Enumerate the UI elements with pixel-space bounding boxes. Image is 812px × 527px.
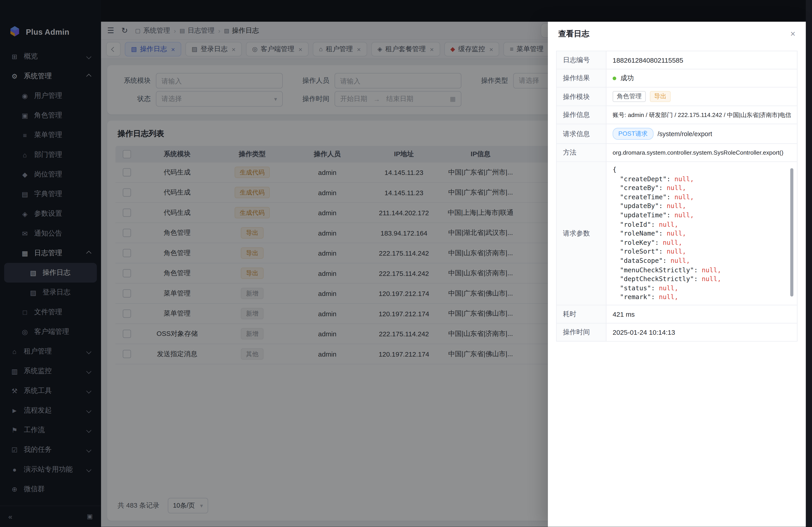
field-label: 请求信息 <box>557 124 606 144</box>
request-url: /system/role/export <box>657 130 712 137</box>
request-params-json[interactable]: { "createDept": null,"createBy": null,"c… <box>613 165 795 302</box>
field-label: 操作结果 <box>557 70 606 87</box>
field-label: 操作模块 <box>557 88 606 105</box>
drawer-header: 查看日志 × <box>548 21 806 46</box>
json-line: "roleId": null, <box>613 220 788 229</box>
log-detail-table: 日志编号 1882612840802115585 操作结果 成功 操作模块 角色… <box>556 51 798 342</box>
field-row-info: 操作信息 账号: admin / 研发部门 / 222.175.114.242 … <box>557 106 797 124</box>
json-line: "roleName": null, <box>613 229 788 238</box>
field-row-params: 请求参数 { "createDept": null,"createBy": nu… <box>557 162 797 305</box>
json-line: "roleKey": null, <box>613 238 788 247</box>
field-row-module: 操作模块 角色管理 导出 <box>557 88 797 106</box>
field-row-log-id: 日志编号 1882612840802115585 <box>557 51 797 69</box>
drawer-body: 日志编号 1882612840802115585 操作结果 成功 操作模块 角色… <box>548 46 806 527</box>
java-method-value: org.dromara.system.controller.system.Sys… <box>606 144 797 161</box>
field-label: 操作时间 <box>557 323 606 341</box>
json-open-brace: { <box>613 166 617 174</box>
http-method-tag: POST请求 <box>613 128 653 140</box>
field-row-time: 操作时间 2025-01-24 10:14:13 <box>557 323 797 342</box>
scrollbar-thumb[interactable] <box>791 168 794 297</box>
field-label: 方法 <box>557 144 606 161</box>
module-tag: 角色管理 <box>613 91 646 102</box>
json-line: "status": null, <box>613 284 788 292</box>
json-line: "createTime": null, <box>613 193 788 201</box>
json-line: "updateTime": null, <box>613 211 788 220</box>
field-row-duration: 耗时 421 ms <box>557 305 797 323</box>
field-row-request: 请求信息 POST请求 /system/role/export <box>557 124 797 144</box>
json-line: "remark": null, <box>613 292 788 302</box>
field-row-result: 操作结果 成功 <box>557 70 797 88</box>
json-line: "deptCheckStrictly": null, <box>613 274 788 283</box>
success-status-dot <box>613 76 616 80</box>
json-line: "createBy": null, <box>613 183 788 192</box>
duration-value: 421 ms <box>606 305 797 323</box>
field-label: 请求参数 <box>557 162 606 305</box>
field-row-method: 方法 org.dromara.system.controller.system.… <box>557 144 797 162</box>
json-line: "updateBy": null, <box>613 201 788 211</box>
field-label: 日志编号 <box>557 51 606 69</box>
operation-info-value: 账号: admin / 研发部门 / 222.175.114.242 / 中国|… <box>606 106 797 124</box>
json-line: "createDept": null, <box>613 174 788 183</box>
json-line: "menuCheckStrictly": null, <box>613 265 788 274</box>
window-right-gutter <box>806 0 812 527</box>
log-id-value: 1882612840802115585 <box>606 51 797 69</box>
screen: Plus Admin ⊞ 概览 ⚙ 系统管理 ◉ 用户管理 ▣ 角色管理 <box>0 0 812 527</box>
result-value: 成功 <box>620 74 634 83</box>
close-icon[interactable]: × <box>791 29 796 38</box>
json-line: "dataScope": null, <box>613 256 788 265</box>
json-line: "roleSort": null, <box>613 247 788 256</box>
drawer-title: 查看日志 <box>558 29 589 39</box>
field-label: 操作信息 <box>557 106 606 124</box>
business-type-tag: 导出 <box>650 91 670 102</box>
field-label: 耗时 <box>557 305 606 323</box>
view-log-drawer: 查看日志 × 日志编号 1882612840802115585 操作结果 成功 … <box>548 21 806 527</box>
operation-time-value: 2025-01-24 10:14:13 <box>606 323 797 341</box>
app-window: Plus Admin ⊞ 概览 ⚙ 系统管理 ◉ 用户管理 ▣ 角色管理 <box>0 0 812 527</box>
